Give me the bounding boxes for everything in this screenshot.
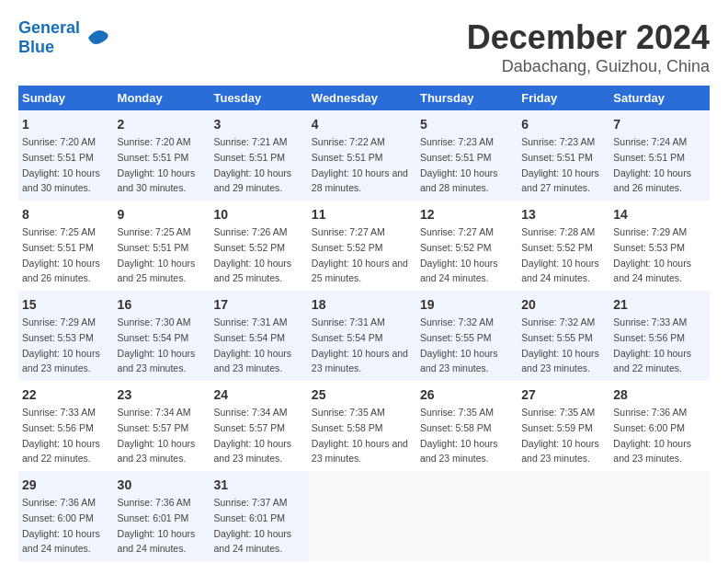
sunrise-text: Sunrise: 7:31 AM bbox=[213, 316, 287, 327]
day-number: 23 bbox=[118, 385, 207, 405]
calendar-cell: 31Sunrise: 7:37 AMSunset: 6:01 PMDayligh… bbox=[210, 471, 307, 561]
week-row-1: 1Sunrise: 7:20 AMSunset: 5:51 PMDaylight… bbox=[18, 110, 710, 201]
calendar-cell: 4Sunrise: 7:22 AMSunset: 5:51 PMDaylight… bbox=[308, 110, 416, 201]
daylight-text: Daylight: 10 hours and 25 minutes. bbox=[213, 258, 291, 284]
daylight-text: Daylight: 10 hours and 23 minutes. bbox=[118, 348, 196, 374]
daylight-text: Daylight: 10 hours and 24 minutes. bbox=[521, 258, 599, 284]
sunset-text: Sunset: 6:01 PM bbox=[213, 512, 285, 523]
sunset-text: Sunset: 5:51 PM bbox=[118, 152, 189, 163]
sunset-text: Sunset: 5:51 PM bbox=[118, 242, 189, 253]
day-number: 1 bbox=[22, 115, 110, 134]
daylight-text: Daylight: 10 hours and 23 minutes. bbox=[312, 348, 408, 374]
header-thursday: Thursday bbox=[416, 86, 518, 110]
logo-icon bbox=[84, 24, 111, 52]
calendar-cell: 23Sunrise: 7:34 AMSunset: 5:57 PMDayligh… bbox=[114, 381, 210, 471]
daylight-text: Daylight: 10 hours and 29 minutes. bbox=[213, 167, 291, 194]
calendar-cell: 5Sunrise: 7:23 AMSunset: 5:51 PMDaylight… bbox=[416, 110, 518, 201]
sunset-text: Sunset: 6:00 PM bbox=[22, 512, 94, 523]
daylight-text: Daylight: 10 hours and 24 minutes. bbox=[613, 258, 691, 284]
day-number: 21 bbox=[613, 295, 706, 315]
sunrise-text: Sunrise: 7:27 AM bbox=[420, 226, 494, 237]
day-number: 6 bbox=[521, 115, 606, 134]
calendar-cell: 24Sunrise: 7:34 AMSunset: 5:57 PMDayligh… bbox=[210, 381, 307, 471]
sunrise-text: Sunrise: 7:23 AM bbox=[420, 136, 494, 147]
daylight-text: Daylight: 10 hours and 23 minutes. bbox=[213, 438, 291, 465]
daylight-text: Daylight: 10 hours and 23 minutes. bbox=[118, 438, 196, 465]
day-number: 28 bbox=[613, 385, 706, 405]
sunset-text: Sunset: 5:51 PM bbox=[312, 152, 383, 163]
sunset-text: Sunset: 6:00 PM bbox=[613, 422, 685, 433]
sunset-text: Sunset: 5:59 PM bbox=[521, 422, 593, 433]
daylight-text: Daylight: 10 hours and 27 minutes. bbox=[521, 167, 599, 194]
calendar-cell: 26Sunrise: 7:35 AMSunset: 5:58 PMDayligh… bbox=[416, 381, 518, 471]
sunrise-text: Sunrise: 7:31 AM bbox=[312, 316, 385, 327]
sunset-text: Sunset: 5:52 PM bbox=[312, 242, 383, 253]
calendar-cell bbox=[518, 471, 609, 561]
day-number: 3 bbox=[213, 115, 303, 134]
daylight-text: Daylight: 10 hours and 28 minutes. bbox=[420, 167, 498, 194]
daylight-text: Daylight: 10 hours and 30 minutes. bbox=[118, 167, 196, 194]
calendar-cell: 18Sunrise: 7:31 AMSunset: 5:54 PMDayligh… bbox=[308, 291, 416, 381]
day-number: 17 bbox=[213, 295, 303, 315]
day-number: 5 bbox=[420, 115, 514, 134]
calendar-cell: 2Sunrise: 7:20 AMSunset: 5:51 PMDaylight… bbox=[114, 110, 210, 201]
sunset-text: Sunset: 5:58 PM bbox=[420, 422, 492, 433]
daylight-text: Daylight: 10 hours and 23 minutes. bbox=[420, 438, 498, 465]
day-number: 26 bbox=[420, 385, 514, 405]
sunset-text: Sunset: 5:53 PM bbox=[613, 242, 685, 253]
sunset-text: Sunset: 5:55 PM bbox=[521, 332, 593, 343]
day-number: 29 bbox=[22, 476, 110, 495]
calendar-cell: 11Sunrise: 7:27 AMSunset: 5:52 PMDayligh… bbox=[308, 201, 416, 291]
sunset-text: Sunset: 6:01 PM bbox=[118, 512, 189, 523]
calendar-cell: 6Sunrise: 7:23 AMSunset: 5:51 PMDaylight… bbox=[518, 110, 609, 201]
calendar-cell: 8Sunrise: 7:25 AMSunset: 5:51 PMDaylight… bbox=[18, 201, 114, 291]
location-title: Dabachang, Guizhou, China bbox=[467, 57, 710, 76]
calendar-cell: 9Sunrise: 7:25 AMSunset: 5:51 PMDaylight… bbox=[114, 201, 210, 291]
day-number: 4 bbox=[312, 115, 413, 134]
header-friday: Friday bbox=[518, 86, 609, 110]
sunset-text: Sunset: 5:52 PM bbox=[521, 242, 593, 253]
day-number: 31 bbox=[213, 476, 303, 495]
calendar-cell bbox=[308, 471, 416, 561]
daylight-text: Daylight: 10 hours and 23 minutes. bbox=[521, 438, 599, 465]
daylight-text: Daylight: 10 hours and 26 minutes. bbox=[22, 258, 100, 284]
sunset-text: Sunset: 5:51 PM bbox=[22, 152, 94, 163]
calendar-cell: 25Sunrise: 7:35 AMSunset: 5:58 PMDayligh… bbox=[308, 381, 416, 471]
calendar-header-row: SundayMondayTuesdayWednesdayThursdayFrid… bbox=[18, 86, 710, 110]
header-sunday: Sunday bbox=[18, 86, 114, 110]
day-number: 30 bbox=[118, 476, 207, 495]
day-number: 11 bbox=[312, 205, 413, 224]
sunrise-text: Sunrise: 7:32 AM bbox=[420, 316, 494, 327]
daylight-text: Daylight: 10 hours and 25 minutes. bbox=[312, 258, 408, 284]
calendar-cell: 20Sunrise: 7:32 AMSunset: 5:55 PMDayligh… bbox=[518, 291, 609, 381]
sunrise-text: Sunrise: 7:20 AM bbox=[22, 136, 96, 147]
day-number: 13 bbox=[521, 205, 606, 224]
calendar-cell: 15Sunrise: 7:29 AMSunset: 5:53 PMDayligh… bbox=[18, 291, 114, 381]
day-number: 2 bbox=[118, 115, 207, 134]
day-number: 25 bbox=[312, 385, 413, 405]
sunrise-text: Sunrise: 7:36 AM bbox=[118, 497, 191, 508]
sunset-text: Sunset: 5:51 PM bbox=[213, 152, 285, 163]
sunrise-text: Sunrise: 7:21 AM bbox=[213, 136, 287, 147]
sunset-text: Sunset: 5:52 PM bbox=[213, 242, 285, 253]
day-number: 12 bbox=[420, 205, 514, 224]
daylight-text: Daylight: 10 hours and 23 minutes. bbox=[312, 438, 408, 465]
header-wednesday: Wednesday bbox=[308, 86, 416, 110]
sunset-text: Sunset: 5:54 PM bbox=[312, 332, 383, 343]
calendar-cell: 14Sunrise: 7:29 AMSunset: 5:53 PMDayligh… bbox=[609, 201, 710, 291]
calendar-cell: 16Sunrise: 7:30 AMSunset: 5:54 PMDayligh… bbox=[114, 291, 210, 381]
logo-text: General Blue bbox=[18, 18, 80, 56]
calendar-cell: 19Sunrise: 7:32 AMSunset: 5:55 PMDayligh… bbox=[416, 291, 518, 381]
daylight-text: Daylight: 10 hours and 28 minutes. bbox=[312, 167, 408, 194]
calendar-cell: 1Sunrise: 7:20 AMSunset: 5:51 PMDaylight… bbox=[18, 110, 114, 201]
daylight-text: Daylight: 10 hours and 22 minutes. bbox=[22, 438, 100, 465]
sunrise-text: Sunrise: 7:34 AM bbox=[118, 407, 191, 418]
week-row-3: 15Sunrise: 7:29 AMSunset: 5:53 PMDayligh… bbox=[18, 291, 710, 381]
sunrise-text: Sunrise: 7:35 AM bbox=[420, 407, 494, 418]
sunrise-text: Sunrise: 7:26 AM bbox=[213, 226, 287, 237]
logo: General Blue bbox=[18, 18, 111, 57]
sunset-text: Sunset: 5:54 PM bbox=[118, 332, 189, 343]
sunset-text: Sunset: 5:52 PM bbox=[420, 242, 492, 253]
calendar-cell bbox=[609, 471, 710, 561]
sunset-text: Sunset: 5:57 PM bbox=[213, 422, 285, 433]
